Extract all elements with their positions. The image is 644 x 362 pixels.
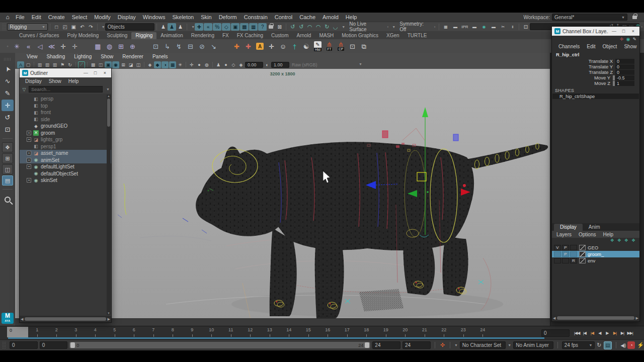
viewport-menu-item[interactable]: Panels [148, 54, 173, 59]
attribute-value-field[interactable]: 0 [615, 70, 634, 75]
channel-box-horizontal-scrollbar[interactable]: ◀ ▶ [552, 315, 639, 321]
step-forward-frame-button[interactable]: ▶| [619, 329, 625, 337]
chevron-down-icon[interactable]: ▼ [106, 87, 110, 91]
viewport-menu-item[interactable]: Show [96, 54, 118, 59]
orient-constraint-icon[interactable]: ↯ [173, 40, 185, 52]
manipulator-icon[interactable]: ✛ [620, 37, 624, 43]
menu-item[interactable]: File [12, 14, 28, 20]
shelf-tab[interactable]: Animation [156, 32, 187, 39]
selection-set-icon[interactable]: ⊡ [347, 40, 358, 52]
lattice-icon[interactable]: ⊞ [115, 40, 127, 52]
cp-shelf-icon[interactable]: ⋔ CP [335, 40, 347, 52]
expand-icon[interactable]: + [27, 131, 31, 135]
expand-icon[interactable]: + [27, 158, 31, 162]
maximize-button[interactable]: □ [620, 29, 627, 34]
selection-mask-field[interactable]: Objects [105, 23, 155, 31]
menu-item[interactable]: Help [342, 14, 361, 20]
shelf-tab[interactable]: FX Caching [233, 32, 267, 39]
menu-item[interactable]: Deform [215, 14, 240, 20]
cut-projection-icon[interactable]: ✂ [499, 23, 507, 31]
outliner-titlebar[interactable]: M Outliner — □ × [20, 68, 111, 77]
fps-select[interactable]: 24 fps ▼ [562, 341, 595, 349]
ft-shelf-icon[interactable]: ⋔ FT [324, 40, 335, 52]
shelf-tab[interactable]: Rendering [187, 32, 218, 39]
filter-icon[interactable]: ▽ [21, 87, 27, 92]
cached-playback-icon[interactable]: ◔ [627, 341, 635, 349]
exposure-field[interactable]: 0.00 [245, 62, 263, 68]
range-start-handle[interactable] [70, 342, 75, 348]
hyperbolic-slider-icon[interactable]: ✎ [632, 37, 636, 43]
outliner-item-skinset[interactable]: + ◉ skinSet [20, 177, 111, 184]
shelf-tab[interactable]: Motion Graphics [338, 32, 382, 39]
outliner-item-animset[interactable]: + ◉ animSet [20, 157, 111, 164]
channel-box-menu-item[interactable]: Channels [555, 44, 583, 49]
outliner-item-asset-name[interactable]: + ◪ asset_name [20, 150, 111, 157]
exposure-icon[interactable]: ◈ [237, 61, 245, 68]
four-pane-layout-button[interactable]: ⊞ [2, 153, 13, 163]
camera-attributes-icon[interactable]: ▥ [36, 61, 43, 68]
layer-playback-toggle[interactable] [562, 258, 569, 263]
magnifier-icon[interactable] [5, 197, 11, 203]
symmetry-label[interactable]: Symmetry: Off [395, 21, 433, 32]
2d-pan-zoom-icon[interactable]: ⚑ [59, 61, 66, 68]
expand-icon[interactable]: + [27, 151, 31, 155]
film-gate-icon[interactable]: ◫ [97, 61, 104, 68]
shelf-tab[interactable]: MASH [315, 32, 338, 39]
scale-constraint-icon[interactable]: ⊟ [185, 40, 196, 52]
snap-together-icon[interactable]: ▦ [249, 23, 258, 31]
layer-editor-menu-item[interactable]: Layers [553, 232, 575, 237]
ik-handle-icon[interactable]: « [23, 40, 34, 52]
select-component-icon[interactable]: ♟ [176, 23, 185, 31]
outliner-item-side[interactable]: + ◧ side [20, 116, 111, 123]
maya-home-icon[interactable]: ⌂ [3, 14, 12, 21]
rangebar-grip[interactable] [3, 342, 6, 348]
set-key-character-icon[interactable]: ✜ [440, 342, 445, 348]
menu-item[interactable]: Control [271, 14, 296, 20]
image-plane-icon[interactable]: ▥ [51, 61, 58, 68]
outliner-item-lights-grp[interactable]: + ◪ lights_grp [20, 136, 111, 143]
snap-help-icon[interactable]: ? [258, 23, 267, 31]
go-to-start-button[interactable]: |◀◀ [574, 329, 580, 337]
viewport-menu-item[interactable]: Lighting [69, 54, 96, 59]
menu-item[interactable]: Display [114, 14, 139, 20]
minimize-button[interactable]: — [82, 70, 90, 75]
scrollbar-thumb[interactable] [107, 99, 110, 127]
copy-skin-weights-icon[interactable]: ◍ [104, 40, 115, 52]
create-joint-icon[interactable]: ✳ [11, 40, 23, 52]
add-attribute-icon[interactable]: ✚ [231, 40, 243, 52]
statusline-grip[interactable] [3, 24, 6, 30]
render-settings-icon[interactable]: ▬ [470, 23, 478, 31]
scroll-up-icon[interactable]: ▲ [107, 95, 110, 98]
menu-item[interactable]: Edit [28, 14, 45, 20]
chevron-down-icon[interactable]: ▼ [102, 25, 105, 29]
paint-select-tool[interactable]: ✎ [2, 87, 14, 99]
playback-end-field[interactable]: 24 [372, 341, 400, 349]
mirror-tools-icon[interactable]: ☯ [300, 40, 312, 52]
close-button[interactable]: × [101, 70, 109, 75]
shelf-tab[interactable]: TURTLE [404, 32, 431, 39]
shape-node-row[interactable]: R_hip_ctrlShape [552, 94, 639, 99]
outliner-horizontal-scrollbar[interactable]: ◀ ▶ [20, 316, 111, 322]
animation-end-field[interactable]: 24 [403, 341, 431, 349]
attribute-value-field[interactable]: -0.5 [615, 75, 634, 80]
layer-display-type-toggle[interactable]: R [570, 258, 577, 263]
snap-grid-icon[interactable]: ✚ [195, 23, 203, 31]
step-forward-key-button[interactable]: ▶| [611, 329, 618, 337]
isolate-select-icon[interactable]: ⟋ [78, 61, 85, 68]
layer-playback-toggle[interactable]: P [562, 251, 569, 257]
chevron-down-icon[interactable]: ▼ [342, 25, 345, 29]
chevron-down-icon[interactable]: ▼ [508, 343, 511, 347]
toon-shading-icon[interactable]: ◉ [479, 23, 488, 31]
lasso-tool[interactable]: ∿ [2, 75, 14, 87]
shelf-tab[interactable]: XGen [382, 32, 404, 39]
lock-selection-icon[interactable] [267, 23, 275, 31]
divider-caret-icon[interactable]: › [641, 25, 642, 29]
workspace-select[interactable]: General* ▼ [552, 14, 627, 21]
ipr-render-icon[interactable]: IPR [460, 23, 469, 31]
menu-item[interactable]: Create [45, 14, 68, 20]
layer-editor-menu-item[interactable]: Options [575, 232, 599, 237]
menu-set-select[interactable]: Rigging ▼ [7, 23, 48, 31]
layer-display-type-toggle[interactable] [570, 251, 577, 257]
layer-playback-toggle[interactable]: P [562, 245, 569, 250]
history-list-icon[interactable]: ◡ [331, 23, 340, 31]
